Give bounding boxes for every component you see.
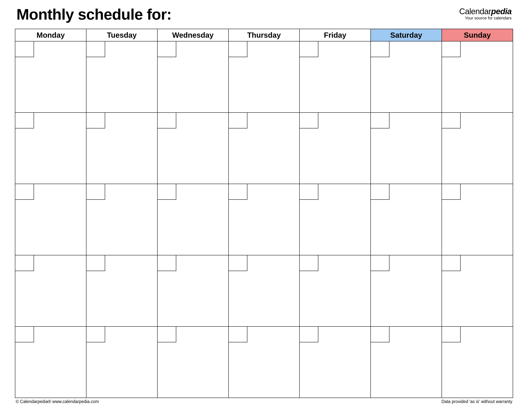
week-row <box>15 113 513 184</box>
day-cell[interactable] <box>371 41 442 113</box>
date-box[interactable] <box>86 255 105 271</box>
day-header-mon: Monday <box>15 29 86 41</box>
date-box[interactable] <box>157 326 176 342</box>
date-box[interactable] <box>15 326 34 342</box>
day-cell[interactable] <box>86 113 157 184</box>
brand-tagline: Your source for calendars <box>459 16 512 21</box>
date-box[interactable] <box>442 112 461 128</box>
day-header-sun: Sunday <box>442 29 513 41</box>
page: Monthly schedule for: Calendarpedia Your… <box>15 6 513 404</box>
day-cell[interactable] <box>371 113 442 184</box>
day-cell[interactable] <box>15 113 86 184</box>
date-box[interactable] <box>157 255 176 271</box>
day-cell[interactable] <box>86 255 157 326</box>
day-cell[interactable] <box>442 41 513 113</box>
day-cell[interactable] <box>300 184 371 255</box>
date-box[interactable] <box>86 184 105 200</box>
day-header-wed: Wednesday <box>157 29 228 41</box>
date-box[interactable] <box>15 255 34 271</box>
day-cell[interactable] <box>86 184 157 255</box>
brand-right: pedia <box>491 7 512 16</box>
day-cell[interactable] <box>300 113 371 184</box>
day-cell[interactable] <box>371 184 442 255</box>
footer-disclaimer: Data provided 'as is' without warranty <box>441 399 512 404</box>
date-box[interactable] <box>299 184 318 200</box>
date-box[interactable] <box>371 326 389 342</box>
date-box[interactable] <box>228 112 247 128</box>
date-box[interactable] <box>299 326 318 342</box>
day-cell[interactable] <box>15 255 86 326</box>
day-cell[interactable] <box>300 41 371 113</box>
date-box[interactable] <box>228 255 247 271</box>
footer: © Calendarpedia® www.calendarpedia.com D… <box>15 398 513 404</box>
date-box[interactable] <box>86 112 105 128</box>
date-box[interactable] <box>228 326 247 342</box>
date-box[interactable] <box>228 184 247 200</box>
date-box[interactable] <box>157 112 176 128</box>
header-row: Monday Tuesday Wednesday Thursday Friday… <box>15 29 513 41</box>
date-box[interactable] <box>299 112 318 128</box>
day-cell[interactable] <box>442 255 513 326</box>
week-row <box>15 255 513 326</box>
day-cell[interactable] <box>157 41 228 113</box>
day-cell[interactable] <box>157 326 228 398</box>
day-cell[interactable] <box>371 255 442 326</box>
date-box[interactable] <box>228 41 247 57</box>
calendar-grid: Monday Tuesday Wednesday Thursday Friday… <box>15 29 513 398</box>
day-cell[interactable] <box>15 326 86 398</box>
date-box[interactable] <box>371 255 389 271</box>
day-cell[interactable] <box>86 326 157 398</box>
day-cell[interactable] <box>228 41 300 113</box>
date-box[interactable] <box>15 112 34 128</box>
date-box[interactable] <box>442 255 461 271</box>
day-cell[interactable] <box>442 113 513 184</box>
week-row <box>15 41 513 113</box>
date-box[interactable] <box>442 326 461 342</box>
day-cell[interactable] <box>371 326 442 398</box>
date-box[interactable] <box>15 184 34 200</box>
day-cell[interactable] <box>157 113 228 184</box>
day-header-fri: Friday <box>300 29 371 41</box>
day-cell[interactable] <box>15 184 86 255</box>
date-box[interactable] <box>86 326 105 342</box>
date-box[interactable] <box>371 41 389 57</box>
day-cell[interactable] <box>300 255 371 326</box>
date-box[interactable] <box>299 41 318 57</box>
date-box[interactable] <box>371 112 389 128</box>
day-cell[interactable] <box>228 184 300 255</box>
day-cell[interactable] <box>157 255 228 326</box>
day-cell[interactable] <box>86 41 157 113</box>
date-box[interactable] <box>442 41 461 57</box>
day-header-thu: Thursday <box>228 29 300 41</box>
date-box[interactable] <box>86 41 105 57</box>
day-cell[interactable] <box>442 326 513 398</box>
brand-name: Calendarpedia <box>459 7 512 16</box>
day-cell[interactable] <box>442 184 513 255</box>
day-cell[interactable] <box>157 184 228 255</box>
brand-left: Calendar <box>459 7 491 16</box>
day-header-tue: Tuesday <box>86 29 157 41</box>
day-cell[interactable] <box>228 255 300 326</box>
date-box[interactable] <box>15 41 34 57</box>
brand-block: Calendarpedia Your source for calendars <box>459 6 512 21</box>
date-box[interactable] <box>371 184 389 200</box>
date-box[interactable] <box>157 184 176 200</box>
day-cell[interactable] <box>300 326 371 398</box>
day-header-sat: Saturday <box>371 29 442 41</box>
day-cell[interactable] <box>228 326 300 398</box>
date-box[interactable] <box>157 41 176 57</box>
week-row <box>15 326 513 398</box>
day-cell[interactable] <box>15 41 86 113</box>
date-box[interactable] <box>299 255 318 271</box>
footer-copyright: © Calendarpedia® www.calendarpedia.com <box>16 399 99 404</box>
week-row <box>15 184 513 255</box>
page-title: Monthly schedule for: <box>16 6 172 23</box>
date-box[interactable] <box>442 184 461 200</box>
day-cell[interactable] <box>228 113 300 184</box>
header: Monthly schedule for: Calendarpedia Your… <box>15 6 513 23</box>
